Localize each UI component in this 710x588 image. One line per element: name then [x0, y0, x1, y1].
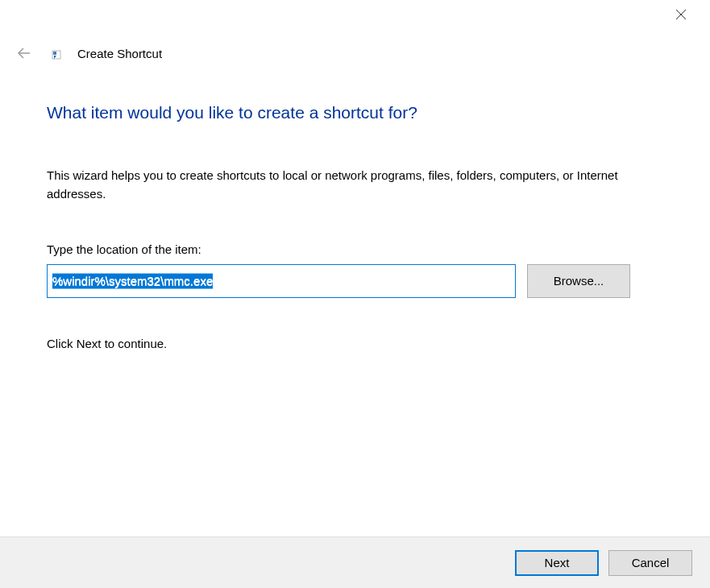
cancel-button[interactable]: Cancel	[608, 550, 692, 576]
header-row: Create Shortcut	[0, 29, 710, 63]
page-heading: What item would you like to create a sho…	[47, 103, 663, 122]
input-row: %windir%\system32\mmc.exe Browse...	[47, 264, 663, 298]
back-button[interactable]	[15, 43, 34, 63]
close-icon	[675, 9, 687, 20]
content-area: What item would you like to create a sho…	[0, 63, 710, 350]
location-input-wrapper[interactable]: %windir%\system32\mmc.exe	[47, 264, 516, 298]
titlebar	[0, 0, 710, 29]
continue-instruction: Click Next to continue.	[47, 337, 663, 350]
browse-button[interactable]: Browse...	[527, 264, 630, 298]
location-input[interactable]	[52, 265, 510, 297]
shortcut-icon	[52, 48, 61, 58]
wizard-title: Create Shortcut	[77, 47, 162, 60]
location-label: Type the location of the item:	[47, 242, 663, 256]
next-button[interactable]: Next	[515, 550, 599, 576]
wizard-description: This wizard helps you to create shortcut…	[47, 166, 663, 204]
footer: Next Cancel	[0, 536, 710, 588]
close-button[interactable]	[665, 2, 697, 27]
back-arrow-icon	[16, 45, 32, 61]
svg-rect-4	[53, 52, 56, 55]
